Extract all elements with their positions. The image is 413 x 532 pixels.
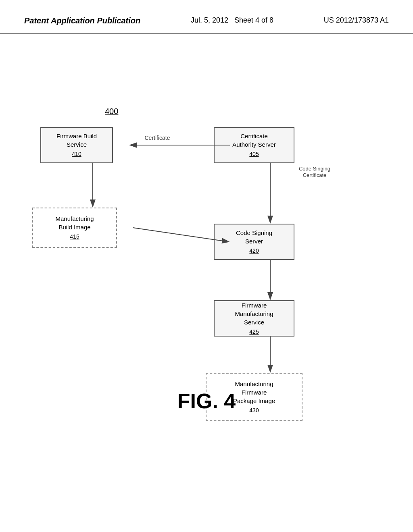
firmware-manufacturing-service-label: FirmwareManufacturingService (235, 301, 273, 326)
certificate-authority-label: CertificateAuthority Server (232, 132, 276, 149)
code-singing-certificate-label: Code Singing (299, 166, 330, 172)
box-firmware-build-service: Firmware BuildService 410 (40, 127, 113, 163)
header-date: Jul. 5, 2012 (191, 16, 228, 24)
manufacturing-firmware-package-label: ManufacturingFirmwarePackage Image (233, 380, 275, 405)
certificate-authority-number: 405 (249, 150, 259, 158)
firmware-build-service-number: 410 (72, 150, 81, 158)
firmware-build-service-label: Firmware BuildService (56, 132, 97, 149)
box-certificate-authority-server: CertificateAuthority Server 405 (214, 127, 294, 163)
code-singing-certificate-label2: Certificate (303, 172, 327, 178)
header-left: Patent Application Publication (24, 16, 140, 25)
box-code-signing-server: Code SigningServer 420 (214, 224, 294, 260)
header: Patent Application Publication Jul. 5, 2… (0, 0, 413, 34)
header-right: US 2012/173873 A1 (324, 16, 389, 25)
arrow-certificate-label: Certificate (144, 135, 170, 141)
header-center: Jul. 5, 2012 Sheet 4 of 8 (191, 16, 273, 25)
manufacturing-build-image-number: 415 (70, 233, 79, 241)
diagram-label-400: 400 (105, 107, 118, 116)
code-signing-server-label: Code SigningServer (236, 229, 272, 245)
manufacturing-firmware-package-number: 430 (249, 407, 259, 415)
diagram-area: 400 Firmware BuildService 410 Certificat… (0, 34, 413, 478)
box-firmware-manufacturing-service: FirmwareManufacturingService 425 (214, 300, 294, 337)
fig-label: FIG. 4 (177, 389, 236, 413)
firmware-manufacturing-service-number: 425 (249, 328, 259, 336)
box-manufacturing-build-image: ManufacturingBuild Image 415 (32, 208, 117, 248)
code-signing-server-number: 420 (249, 247, 259, 255)
manufacturing-build-image-label: ManufacturingBuild Image (55, 214, 94, 231)
header-sheet: Sheet 4 of 8 (234, 16, 273, 24)
